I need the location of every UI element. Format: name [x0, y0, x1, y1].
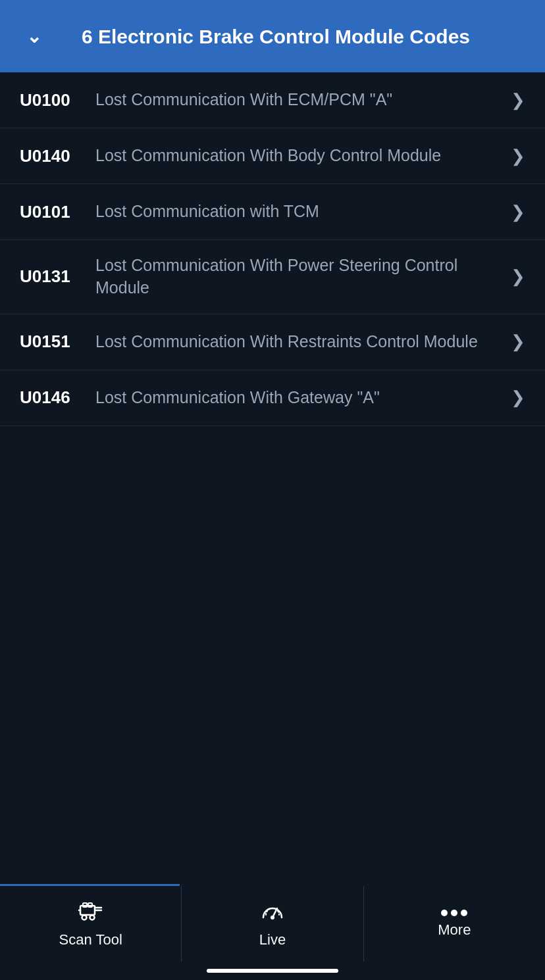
code-description: Lost Communication with TCM — [95, 201, 501, 223]
header-banner: ⌄ 6 Electronic Brake Control Module Code… — [0, 0, 545, 72]
code-row-u0151[interactable]: U0151 Lost Communication With Restraints… — [0, 314, 545, 370]
live-label: Live — [259, 931, 286, 948]
home-indicator-bar — [207, 969, 338, 973]
code-number: U0151 — [20, 331, 95, 352]
bottom-navigation: Scan Tool Live More — [0, 884, 545, 962]
code-description: Lost Communication With ECM/PCM "A" — [95, 89, 501, 111]
code-description: Lost Communication With Power Steering C… — [95, 255, 501, 299]
code-row-u0100[interactable]: U0100 Lost Communication With ECM/PCM "A… — [0, 72, 545, 128]
scan-tool-icon — [78, 899, 104, 926]
svg-point-6 — [90, 916, 94, 920]
svg-point-5 — [82, 916, 86, 920]
more-label: More — [438, 921, 471, 939]
nav-item-more[interactable]: More — [364, 886, 545, 962]
home-indicator — [0, 962, 545, 980]
page-title: 6 Electronic Brake Control Module Codes — [82, 24, 470, 49]
scan-tool-label: Scan Tool — [59, 931, 122, 948]
code-row-u0146[interactable]: U0146 Lost Communication With Gateway "A… — [0, 370, 545, 426]
nav-item-scan-tool[interactable]: Scan Tool — [0, 886, 182, 962]
chevron-right-icon: ❯ — [511, 146, 525, 166]
code-row-u0140[interactable]: U0140 Lost Communication With Body Contr… — [0, 128, 545, 184]
nav-items-container: Scan Tool Live More — [0, 886, 545, 962]
svg-point-9 — [271, 916, 274, 919]
more-dots-icon — [441, 910, 467, 916]
code-number: U0146 — [20, 387, 95, 408]
code-row-u0131[interactable]: U0131 Lost Communication With Power Stee… — [0, 240, 545, 314]
code-description: Lost Communication With Gateway "A" — [95, 387, 501, 409]
dot-2 — [451, 910, 457, 916]
chevron-right-icon: ❯ — [511, 387, 525, 408]
code-number: U0131 — [20, 266, 95, 287]
code-number: U0140 — [20, 146, 95, 166]
chevron-right-icon: ❯ — [511, 90, 525, 110]
chevron-right-icon: ❯ — [511, 202, 525, 222]
nav-item-live[interactable]: Live — [182, 886, 363, 962]
chevron-right-icon: ❯ — [511, 331, 525, 352]
back-chevron-icon[interactable]: ⌄ — [26, 26, 41, 47]
code-description: Lost Communication With Body Control Mod… — [95, 145, 501, 167]
empty-content-area — [0, 655, 545, 884]
code-number: U0101 — [20, 202, 95, 222]
code-description: Lost Communication With Restraints Contr… — [95, 331, 501, 353]
live-icon — [260, 899, 285, 926]
dot-3 — [461, 910, 467, 916]
dot-1 — [441, 910, 448, 916]
code-number: U0100 — [20, 90, 95, 110]
code-row-u0101[interactable]: U0101 Lost Communication with TCM ❯ — [0, 184, 545, 240]
chevron-right-icon: ❯ — [511, 266, 525, 287]
codes-list: U0100 Lost Communication With ECM/PCM "A… — [0, 72, 545, 655]
